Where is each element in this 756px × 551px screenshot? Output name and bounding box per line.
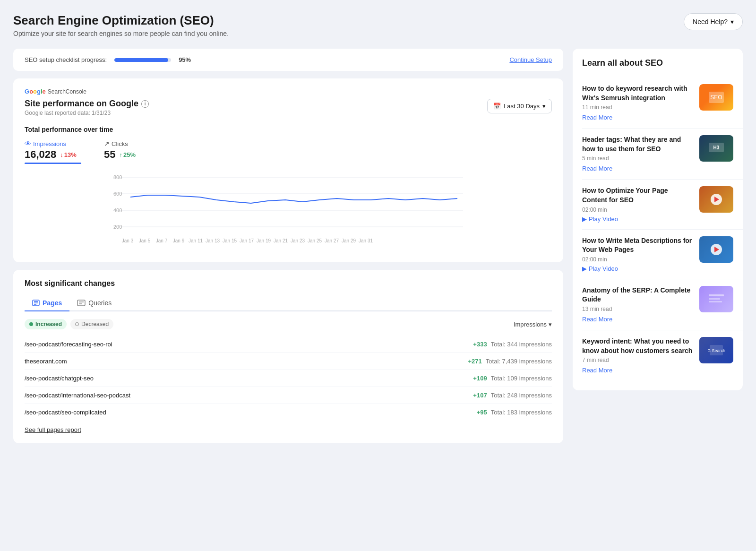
setup-label: SEO setup checklist progress: (25, 56, 107, 63)
row-change: +333 (473, 341, 487, 348)
row-stats: +107 Total: 248 impressions (473, 392, 552, 399)
chart-svg: 800 600 400 200 Jan 3 Jan 5 Jan 7 Jan 9 … (25, 168, 552, 253)
impressions-underline (25, 163, 81, 164)
clicks-label: ↗ Clicks (104, 140, 136, 147)
learn-item-meta: 5 min read (582, 155, 693, 162)
changes-card: Most significant changes Pages Queries I… (13, 270, 563, 443)
learn-item-text: Anatomy of the SERP: A Complete Guide 13… (582, 286, 693, 323)
impressions-change: ↓ 13% (60, 151, 77, 158)
play-video-link[interactable]: ▶ Play Video (582, 215, 693, 223)
read-more-link[interactable]: Read More (582, 114, 612, 121)
learn-item: How to do keyword research with Wix's Se… (582, 77, 743, 129)
row-url: theseorant.com (25, 358, 67, 365)
row-total: Total: 183 impressions (491, 409, 552, 416)
learn-item-meta: 7 min read (582, 357, 693, 363)
table-row: /seo-podcast/international-seo-podcast +… (25, 387, 552, 404)
learn-item: How to Optimize Your Page Content for SE… (582, 180, 743, 229)
row-change: +107 (473, 392, 487, 399)
page-header-text: Search Engine Optimization (SEO) Optimiz… (13, 13, 229, 37)
svg-text:800: 800 (113, 174, 122, 180)
learn-items-list: How to do keyword research with Wix's Se… (582, 77, 743, 381)
svg-text:Jan 13: Jan 13 (206, 238, 220, 243)
impressions-filter[interactable]: Impressions ▾ (514, 321, 552, 328)
svg-text:200: 200 (113, 224, 122, 230)
filter-row: Increased Decreased Impressions ▾ (25, 319, 552, 329)
pages-tab-icon (32, 300, 40, 306)
learn-item-meta: 02:00 min (582, 256, 693, 263)
chevron-down-icon: ▾ (542, 103, 546, 110)
row-stats: +95 Total: 183 impressions (477, 409, 552, 416)
learn-item-title: Anatomy of the SERP: A Complete Guide (582, 286, 693, 304)
performance-chart: 800 600 400 200 Jan 3 Jan 5 Jan 7 Jan 9 … (25, 168, 552, 253)
learn-item-text: Header tags: What they are and how to us… (582, 135, 693, 172)
read-more-link[interactable]: Read More (582, 367, 612, 374)
learn-item: Header tags: What they are and how to us… (582, 129, 743, 180)
svg-text:Jan 9: Jan 9 (173, 238, 185, 243)
badge-decreased[interactable]: Decreased (70, 319, 113, 329)
play-video-link[interactable]: ▶ Play Video (582, 265, 693, 272)
learn-item-title: How to Write Meta Descriptions for Your … (582, 236, 693, 255)
date-filter-button[interactable]: 📅 Last 30 Days ▾ (487, 99, 552, 113)
svg-rect-35 (709, 298, 720, 300)
learn-thumb (699, 186, 733, 213)
decreased-dot (75, 322, 79, 326)
impressions-value: 16,028 ↓ 13% (25, 148, 81, 161)
learn-item-meta: 02:00 min (582, 207, 693, 213)
continue-setup-link[interactable]: Continue Setup (509, 56, 552, 63)
svg-text:Jan 31: Jan 31 (359, 238, 373, 243)
chevron-down-icon: ▾ (730, 18, 734, 26)
clicks-change: ↑ 25% (119, 151, 136, 158)
svg-text:Jan 15: Jan 15 (223, 238, 237, 243)
tab-pages[interactable]: Pages (25, 295, 69, 311)
gsc-card-title-block: Site performance on Google i Google last… (25, 99, 149, 116)
read-more-link[interactable]: Read More (582, 316, 612, 323)
need-help-button[interactable]: Need Help? ▾ (684, 13, 743, 30)
svg-text:Jan 5: Jan 5 (139, 238, 151, 243)
learn-title: Learn all about SEO (582, 58, 743, 68)
row-url: /seo-podcast/forecasting-seo-roi (25, 341, 112, 348)
play-icon (711, 244, 722, 255)
svg-text:H3: H3 (713, 145, 720, 150)
row-stats: +333 Total: 344 impressions (473, 341, 552, 348)
impressions-label: 👁 Impressions (25, 140, 81, 147)
learn-thumb: G Search (699, 337, 733, 363)
changes-table: /seo-podcast/forecasting-seo-roi +333 To… (25, 336, 552, 421)
learn-thumb (699, 286, 733, 312)
cursor-icon: ↗ (104, 140, 110, 147)
row-url: /seo-podcast/chatgpt-seo (25, 375, 94, 382)
changes-title: Most significant changes (25, 279, 552, 288)
metrics-row: 👁 Impressions 16,028 ↓ 13% (25, 140, 552, 164)
tab-queries[interactable]: Queries (69, 295, 119, 311)
gsc-card-header: Site performance on Google i Google last… (25, 99, 552, 116)
tab-pages-label: Pages (43, 299, 62, 307)
eye-icon: 👁 (25, 140, 31, 147)
see-full-report-link[interactable]: See full pages report (25, 426, 81, 433)
arrow-down-icon: ↓ (60, 151, 63, 158)
learn-item: Anatomy of the SERP: A Complete Guide 13… (582, 279, 743, 330)
badge-increased[interactable]: Increased (25, 319, 67, 329)
clicks-value: 55 ↑ 25% (104, 148, 136, 161)
row-url: /seo-podcast/seo-complicated (25, 409, 106, 416)
row-change: +95 (477, 409, 487, 416)
svg-rect-36 (709, 301, 722, 302)
row-change: +271 (468, 358, 482, 365)
read-more-link[interactable]: Read More (582, 165, 612, 172)
learn-item-title: Header tags: What they are and how to us… (582, 135, 693, 154)
table-row: /seo-podcast/seo-complicated +95 Total: … (25, 404, 552, 421)
chart-section: Total performance over time 👁 Impression… (25, 126, 552, 253)
learn-item-text: How to do keyword research with Wix's Se… (582, 84, 693, 121)
calendar-icon: 📅 (493, 103, 501, 110)
info-icon[interactable]: i (141, 100, 149, 108)
svg-text:Jan 11: Jan 11 (189, 238, 203, 243)
svg-text:Jan 29: Jan 29 (342, 238, 356, 243)
learn-item: Keyword intent: What you need to know ab… (582, 330, 743, 381)
svg-rect-27 (77, 300, 85, 306)
tabs-row: Pages Queries (25, 295, 552, 311)
svg-text:Jan 7: Jan 7 (156, 238, 168, 243)
page-title: Search Engine Optimization (SEO) (13, 13, 229, 28)
learn-thumb: SEO (699, 84, 733, 111)
right-column: Learn all about SEO How to do keyword re… (573, 49, 743, 390)
svg-text:SEO: SEO (710, 94, 722, 101)
row-change: +109 (473, 375, 487, 382)
learn-item-title: How to Optimize Your Page Content for SE… (582, 186, 693, 205)
